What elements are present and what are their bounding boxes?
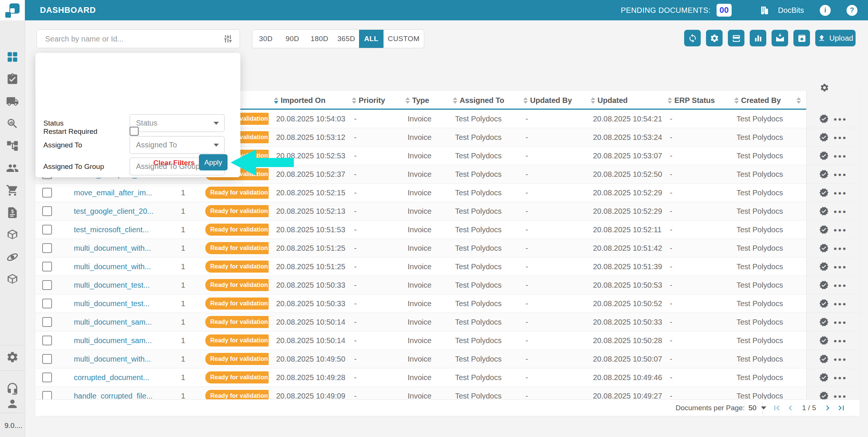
validated-badge-icon[interactable]: [819, 373, 829, 382]
document-name-link[interactable]: test_microsoft_client...: [74, 225, 149, 234]
column-header-updated[interactable]: Updated: [585, 91, 662, 110]
sidebar-item-package-alt[interactable]: [6, 273, 19, 286]
column-header-created-by[interactable]: Created By: [729, 91, 806, 110]
validated-badge-icon[interactable]: [819, 151, 829, 161]
validated-badge-icon[interactable]: [819, 206, 829, 216]
document-name-link[interactable]: multi_document_test...: [74, 281, 150, 290]
analytics-bars-button[interactable]: [750, 30, 766, 46]
sidebar-item-tasks[interactable]: [6, 73, 19, 86]
column-header-type[interactable]: Type: [400, 91, 448, 110]
upload-button[interactable]: Upload: [815, 30, 856, 46]
document-name-link[interactable]: multi_document_with...: [74, 262, 151, 271]
row-actions-menu-icon[interactable]: ●●●: [833, 134, 847, 141]
row-checkbox[interactable]: [42, 280, 52, 290]
sidebar-item-support[interactable]: [6, 382, 19, 395]
row-actions-menu-icon[interactable]: ●●●: [833, 171, 847, 178]
table-settings-icon[interactable]: [820, 83, 829, 92]
validated-badge-icon[interactable]: [819, 243, 829, 253]
row-actions-menu-icon[interactable]: ●●●: [833, 319, 847, 325]
docbits-logo-icon[interactable]: [5, 3, 20, 18]
sidebar-item-shipping[interactable]: [6, 95, 19, 108]
row-actions-menu-icon[interactable]: ●●●: [833, 356, 847, 362]
row-actions-menu-icon[interactable]: ●●●: [833, 208, 847, 215]
sidebar-item-settings[interactable]: [6, 351, 19, 363]
row-actions-menu-icon[interactable]: ●●●: [833, 116, 847, 122]
validated-badge-icon[interactable]: [819, 262, 829, 271]
row-checkbox[interactable]: [42, 299, 52, 308]
validated-badge-icon[interactable]: [819, 354, 829, 364]
scan-button[interactable]: [728, 30, 744, 46]
settings-button[interactable]: [706, 30, 723, 46]
document-name-link[interactable]: test_google_client_20...: [74, 207, 153, 216]
sort-icon[interactable]: [796, 97, 801, 104]
document-name-link[interactable]: multi_document_test...: [74, 299, 150, 308]
sort-icon[interactable]: [734, 97, 739, 104]
row-checkbox[interactable]: [42, 206, 52, 216]
restart-required-checkbox[interactable]: [130, 127, 139, 136]
validated-badge-icon[interactable]: [819, 317, 829, 327]
document-name-link[interactable]: multi_document_sam...: [74, 318, 152, 327]
row-actions-menu-icon[interactable]: ●●●: [833, 190, 847, 196]
sort-icon[interactable]: [274, 97, 278, 104]
document-name-link[interactable]: multi_document_sam...: [74, 336, 152, 345]
archive-upload-button[interactable]: [793, 30, 810, 46]
sidebar-item-package[interactable]: [6, 228, 19, 241]
filter-tune-icon[interactable]: [223, 34, 233, 44]
range-button-90d[interactable]: 90D: [279, 30, 306, 48]
row-actions-menu-icon[interactable]: ●●●: [833, 153, 847, 159]
column-header-imported-on[interactable]: Imported On: [269, 91, 347, 110]
info-icon[interactable]: i: [820, 5, 831, 16]
assigned-to-select[interactable]: Assigned To: [130, 136, 225, 154]
status-select[interactable]: Status: [130, 114, 225, 132]
row-checkbox[interactable]: [42, 262, 52, 271]
row-checkbox[interactable]: [42, 336, 52, 345]
sort-icon[interactable]: [453, 97, 457, 104]
sort-icon[interactable]: [591, 97, 595, 104]
row-actions-menu-icon[interactable]: ●●●: [833, 393, 847, 399]
sort-icon[interactable]: [668, 97, 672, 104]
column-header-priority[interactable]: Priority: [347, 91, 400, 110]
row-checkbox[interactable]: [42, 243, 52, 253]
column-header-assigned-to[interactable]: Assigned To: [448, 91, 518, 110]
search-input[interactable]: [44, 34, 223, 44]
clear-filters-button[interactable]: Clear Filters: [153, 159, 195, 167]
per-page-value[interactable]: 50: [749, 404, 756, 412]
sidebar-item-integrations[interactable]: [6, 251, 19, 264]
sidebar-item-cart[interactable]: [6, 184, 19, 197]
document-name-link[interactable]: multi_document_with...: [74, 355, 151, 363]
validated-badge-icon[interactable]: [819, 299, 829, 308]
sort-icon[interactable]: [523, 97, 528, 104]
validated-badge-icon[interactable]: [819, 336, 829, 345]
sidebar-item-invoice[interactable]: $: [6, 206, 19, 219]
last-page-icon[interactable]: [836, 403, 846, 413]
sidebar-item-profile[interactable]: [6, 397, 19, 410]
organization-menu[interactable]: DocBits: [746, 5, 804, 15]
row-actions-menu-icon[interactable]: ●●●: [833, 301, 847, 307]
sort-icon[interactable]: [352, 97, 356, 104]
refresh-button[interactable]: [684, 30, 701, 46]
row-checkbox[interactable]: [42, 188, 52, 198]
validated-badge-icon[interactable]: [819, 132, 829, 142]
row-checkbox[interactable]: [42, 354, 52, 364]
row-actions-menu-icon[interactable]: ●●●: [833, 374, 847, 381]
range-button-custom[interactable]: CUSTOM: [384, 30, 424, 48]
row-checkbox[interactable]: [42, 317, 52, 327]
document-name-link[interactable]: move_email_after_im...: [74, 189, 152, 197]
row-checkbox[interactable]: [42, 225, 52, 235]
validated-badge-icon[interactable]: [819, 169, 829, 179]
column-header-updated-by[interactable]: Updated By: [518, 91, 585, 110]
apply-button[interactable]: Apply: [199, 154, 228, 170]
range-button-30d[interactable]: 30D: [252, 30, 279, 48]
validated-badge-icon[interactable]: [819, 188, 829, 198]
first-page-icon[interactable]: [772, 403, 782, 413]
validated-badge-icon[interactable]: [819, 114, 829, 124]
previous-page-icon[interactable]: [785, 403, 795, 413]
per-page-caret-icon[interactable]: [761, 406, 766, 409]
sidebar-item-users[interactable]: [6, 162, 19, 175]
range-button-all[interactable]: ALL: [359, 30, 384, 48]
range-button-365d[interactable]: 365D: [333, 30, 359, 48]
range-button-180d[interactable]: 180D: [306, 30, 333, 48]
validated-badge-icon[interactable]: [819, 225, 829, 235]
sidebar-item-workflow[interactable]: [6, 140, 19, 152]
validated-badge-icon[interactable]: [819, 280, 829, 290]
